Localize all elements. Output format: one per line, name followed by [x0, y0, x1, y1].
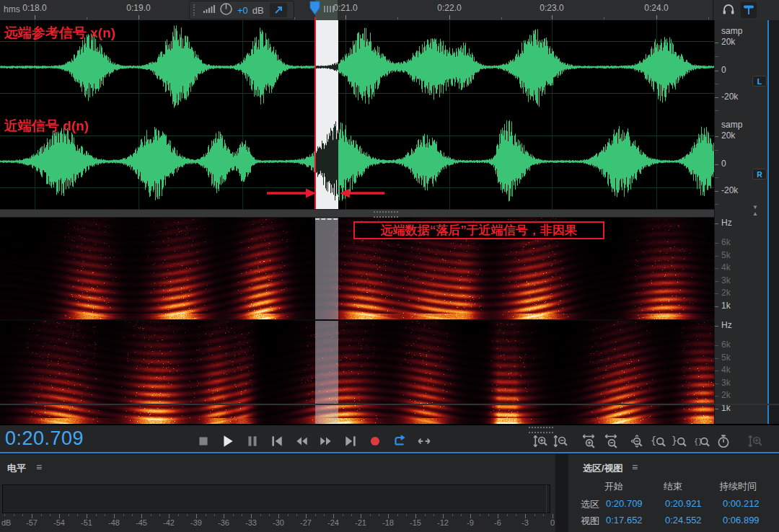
- record-button[interactable]: [366, 433, 384, 450]
- bottom-panels: 电平 ≡ dB -57-54-51-48-45-42-39-36-33-30-2…: [0, 453, 779, 532]
- db-scale-tick: [406, 514, 407, 516]
- column-header-duration: 持续时间: [719, 480, 757, 493]
- zoom-reset-icon: [629, 434, 645, 448]
- view-start-value[interactable]: 0:17.652: [606, 515, 643, 526]
- db-scale-tick: [196, 514, 197, 518]
- db-scale-tick: [415, 514, 416, 518]
- levels-panel: 电平 ≡ dB -57-54-51-48-45-42-39-36-33-30-2…: [0, 454, 555, 532]
- db-scale-tick: [534, 514, 535, 516]
- selview-panel-menu-icon[interactable]: ≡: [632, 461, 638, 473]
- row-label-selection: 选区: [581, 498, 599, 511]
- selection-duration-value[interactable]: 0:00.212: [723, 498, 760, 509]
- channel-right-button[interactable]: R: [752, 169, 767, 179]
- zoom-to-selection-button[interactable]: {}: [693, 433, 710, 450]
- divider-grip-handle[interactable]: [374, 211, 398, 218]
- scale-tick: [715, 243, 718, 244]
- zoom-to-in-point-button[interactable]: {: [650, 433, 667, 450]
- selection-pointer-arrows: [260, 185, 390, 202]
- skip-to-start-button[interactable]: [268, 433, 286, 450]
- zoom-to-out-point-button[interactable]: }: [671, 433, 688, 450]
- zoom-reset-button[interactable]: [628, 433, 646, 450]
- timeline-tick-major: [552, 15, 553, 19]
- levels-panel-menu-icon[interactable]: ≡: [36, 461, 42, 473]
- db-scale-tick: [516, 514, 516, 516]
- vertical-scrollbar[interactable]: [769, 20, 779, 424]
- scale-tick: [715, 306, 718, 307]
- scroll-down-arrow[interactable]: ▼: [752, 205, 758, 210]
- skip-to-end-button[interactable]: [342, 433, 359, 450]
- scale-tick: [715, 396, 718, 396]
- selection-start-value[interactable]: 0:20.709: [606, 498, 643, 509]
- gain-value[interactable]: +0: [237, 5, 248, 16]
- scale-tick: [715, 371, 718, 371]
- scale-tick: [715, 326, 718, 327]
- track-divider-handle[interactable]: [0, 209, 714, 218]
- scale-tick: [715, 177, 718, 178]
- amplitude-scale-label: 0: [721, 65, 726, 75]
- timeline-tick-major: [138, 15, 139, 19]
- zoom-in-amplitude-button[interactable]: [532, 433, 550, 450]
- play-icon: [220, 434, 236, 448]
- frequency-scale-label: 2k: [721, 288, 731, 298]
- db-scale-tick: [14, 514, 14, 516]
- frequency-scale-label: 6k: [721, 340, 731, 350]
- db-scale-tick: [488, 514, 489, 516]
- view-duration-value[interactable]: 0:06.899: [723, 515, 760, 526]
- pause-icon: [245, 434, 260, 448]
- selection-end-value[interactable]: 0:20.921: [665, 498, 702, 509]
- rewind-button[interactable]: [293, 433, 310, 450]
- playhead-marker[interactable]: [308, 0, 338, 19]
- scale-tick: [715, 256, 718, 257]
- spectrogram-track2-canvas[interactable]: [0, 321, 714, 424]
- zoom-out-time-button[interactable]: [603, 433, 620, 450]
- play-button[interactable]: [219, 433, 237, 450]
- db-scale-tick: [169, 514, 170, 518]
- scale-tick: [715, 281, 718, 282]
- db-scale-tick: [498, 514, 498, 518]
- timeline-tick-minor: [604, 17, 604, 19]
- toolbar-grip-handle[interactable]: [193, 4, 198, 16]
- amplitude-scale-label: 20k: [721, 37, 735, 47]
- timeline-ruler-bar[interactable]: hms 0:18.00:19.00:20.00:21.00:22.00:23.0…: [0, 0, 779, 21]
- db-scale-label: -39: [190, 518, 202, 527]
- db-scale-tick: [77, 514, 78, 516]
- skip-selection-button[interactable]: [415, 433, 433, 450]
- skip-to-end-icon: [343, 434, 358, 448]
- db-scale-label: -9: [467, 518, 474, 527]
- fast-forward-button[interactable]: [317, 433, 335, 450]
- timeline-tick-minor: [87, 17, 87, 19]
- zoom-out-amplitude-button[interactable]: [553, 433, 570, 450]
- marker-pin-button[interactable]: [741, 2, 757, 18]
- db-scale-tick: [159, 514, 160, 516]
- zoom-amplitude-disabled-button[interactable]: [747, 433, 765, 450]
- db-scale-tick: [461, 514, 462, 516]
- db-scale-tick: [278, 514, 279, 518]
- headphones-icon[interactable]: [722, 3, 735, 18]
- time-display[interactable]: 0:20.709: [5, 427, 84, 450]
- db-scale-tick: [123, 514, 124, 516]
- view-end-value[interactable]: 0:24.552: [665, 515, 702, 526]
- db-scale-label: -42: [163, 518, 175, 527]
- floating-gain-toolbar[interactable]: +0 dB: [189, 1, 294, 19]
- db-scale-tick: [452, 514, 453, 516]
- db-scale-tick: [141, 514, 142, 518]
- db-scale-tick: [214, 514, 215, 516]
- scale-tick: [715, 268, 718, 269]
- pause-button[interactable]: [244, 433, 261, 450]
- amplitude-scale-label: Hz: [721, 218, 732, 228]
- channel-left-button[interactable]: L: [752, 76, 767, 87]
- zoom-in-time-button[interactable]: [581, 433, 598, 450]
- loop-playback-button[interactable]: [391, 433, 408, 450]
- levels-panel-title: 电平: [7, 462, 26, 475]
- db-scale-label: -18: [382, 518, 394, 527]
- db-scale-tick: [306, 514, 307, 518]
- scroll-up-arrow[interactable]: ▲: [752, 211, 758, 217]
- skip-to-start-icon: [269, 434, 285, 448]
- stop-button[interactable]: [195, 433, 212, 450]
- preroll-timer-button[interactable]: [715, 433, 732, 450]
- amplitude-scale-label: -20k: [721, 92, 738, 102]
- scale-tick: [715, 293, 718, 294]
- pin-window-button[interactable]: [270, 3, 287, 17]
- db-scale-tick: [178, 514, 179, 516]
- db-scale-tick: [507, 514, 508, 516]
